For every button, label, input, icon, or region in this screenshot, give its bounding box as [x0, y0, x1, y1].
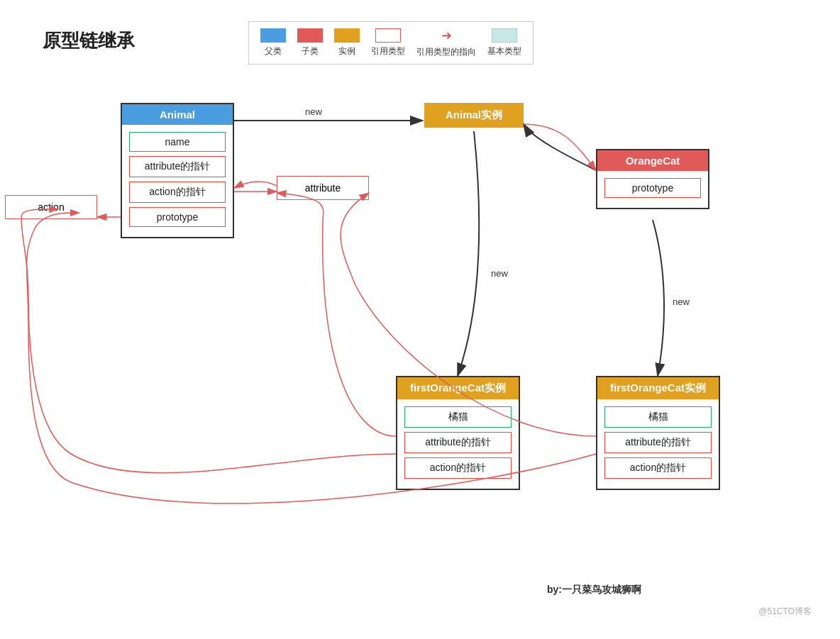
diagram-arrows: new new new: [0, 0, 840, 639]
legend-ref-arrow: ➜ 引用类型的指向: [416, 28, 476, 58]
legend-ref-type: 引用类型: [371, 28, 405, 57]
watermark: @51CTO博客: [758, 606, 812, 618]
first-orangecat2-body: 橘猫 attribute的指针 action的指针: [597, 399, 719, 489]
action-box: action: [5, 195, 97, 219]
animal-instance-box: Animal实例: [424, 103, 524, 128]
first-orangecat2-row-attribute: attribute的指针: [604, 432, 712, 453]
animal-body: name attribute的指针 action的指针 prototype: [122, 125, 233, 237]
animal-row-attribute: attribute的指针: [129, 156, 226, 177]
animal-box: Animal name attribute的指针 action的指针 proto…: [121, 103, 234, 238]
orangecat-row-prototype: prototype: [604, 178, 701, 198]
svg-text:new: new: [305, 106, 322, 117]
legend-child: 子类: [297, 28, 323, 57]
first-orangecat1-row-attribute: attribute的指针: [404, 432, 512, 453]
first-orangecat1-row-name: 橘猫: [404, 406, 512, 428]
first-orangecat1-box: firstOrangeCat实例 橘猫 attribute的指针 action的…: [396, 376, 520, 490]
first-orangecat2-box: firstOrangeCat实例 橘猫 attribute的指针 action的…: [596, 376, 720, 490]
legend-instance: 实例: [334, 28, 360, 57]
attribute-label: attribute: [277, 177, 368, 199]
animal-row-name: name: [129, 132, 226, 152]
legend: 父类 子类 实例 引用类型 ➜ 引用类型的指向 基本类型: [248, 21, 534, 65]
first-orangecat2-row-name: 橘猫: [604, 406, 712, 428]
first-orangecat1-row-action: action的指针: [404, 457, 512, 479]
legend-parent: 父类: [260, 28, 286, 57]
attribute-box: attribute: [277, 176, 369, 200]
first-orangecat2-header: firstOrangeCat实例: [597, 377, 719, 399]
svg-text:new: new: [673, 296, 690, 307]
orangecat-box: OrangeCat prototype: [596, 149, 709, 209]
animal-row-action: action的指针: [129, 182, 226, 203]
first-orangecat2-row-action: action的指针: [604, 457, 712, 479]
orangecat-body: prototype: [597, 171, 708, 208]
page-title: 原型链继承: [43, 28, 135, 53]
svg-text:new: new: [491, 268, 508, 279]
action-label: action: [6, 196, 96, 218]
first-orangecat1-body: 橘猫 attribute的指针 action的指针: [397, 399, 519, 489]
animal-header: Animal: [122, 104, 233, 125]
orangecat-header: OrangeCat: [597, 150, 708, 171]
author: by:一只菜鸟攻城狮啊: [547, 584, 641, 596]
first-orangecat1-header: firstOrangeCat实例: [397, 377, 519, 399]
animal-row-prototype: prototype: [129, 207, 226, 227]
animal-instance-header: Animal实例: [426, 104, 522, 126]
legend-basic-type: 基本类型: [487, 28, 521, 57]
